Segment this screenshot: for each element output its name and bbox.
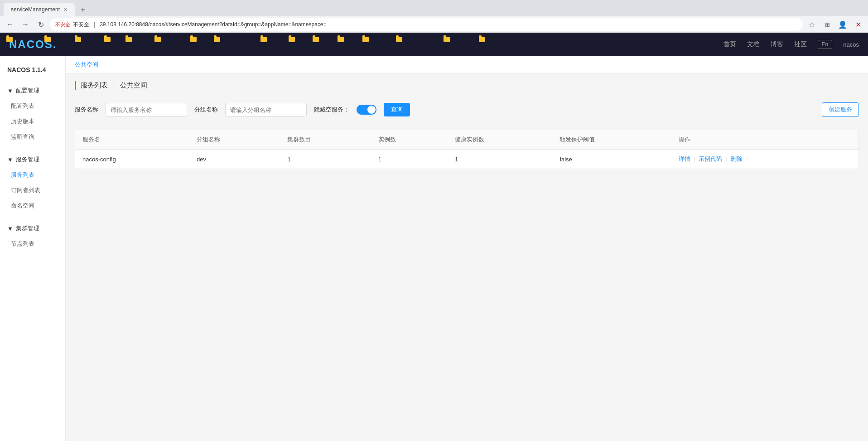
- sidebar-group-config[interactable]: ▼ 配置管理: [0, 83, 65, 98]
- new-tab-btn[interactable]: +: [77, 4, 89, 16]
- content: 公共空间 服务列表 | 公共空间 服务名称 分组名称 隐藏空服务：: [66, 56, 868, 441]
- top-nav-links: 首页 文档 博客 社区 En nacos: [723, 40, 859, 49]
- service-name-input[interactable]: [106, 103, 187, 116]
- sidebar-item-listener[interactable]: 监听查询: [0, 129, 65, 145]
- action-delete[interactable]: 删除: [731, 155, 743, 162]
- col-group-name: 分组名称: [189, 130, 280, 150]
- tab-bar: serviceManagement ✕ +: [0, 0, 868, 16]
- bookmark-folder-icon: [6, 37, 13, 42]
- tab-title: serviceManagement: [11, 6, 60, 13]
- back-button[interactable]: ←: [4, 18, 16, 31]
- config-group-label: 配置管理: [16, 87, 39, 95]
- cell-service-name: nacos-config: [75, 150, 189, 169]
- bookmark-folder-icon: [479, 37, 485, 42]
- col-healthy-count: 健康实例数: [448, 130, 552, 150]
- bookmark-folder-icon: [289, 37, 295, 42]
- table-header: 服务名 分组名称 集群数目 实例数 健康实例数 触发保护阈值 操作: [75, 130, 858, 150]
- cell-protect-threshold: false: [552, 150, 671, 169]
- create-service-button[interactable]: 创建服务: [822, 102, 859, 117]
- col-actions: 操作: [671, 130, 858, 150]
- sidebar-item-config-list[interactable]: 配置列表: [0, 98, 65, 114]
- active-tab[interactable]: serviceManagement ✕: [4, 3, 75, 16]
- bookmark-folder-icon: [44, 37, 51, 42]
- page-title-service: 服务列表: [81, 81, 108, 90]
- service-table: 服务名 分组名称 集群数目 实例数 健康实例数 触发保护阈值 操作: [75, 130, 858, 169]
- table-header-row: 服务名 分组名称 集群数目 实例数 健康实例数 触发保护阈值 操作: [75, 130, 858, 150]
- cell-cluster-count: 1: [280, 150, 371, 169]
- extensions-btn[interactable]: ⊞: [821, 18, 834, 31]
- sidebar-group-service[interactable]: ▼ 服务管理: [0, 152, 65, 167]
- cluster-group-label: 集群管理: [16, 224, 39, 233]
- action-detail[interactable]: 详情: [679, 155, 690, 162]
- sidebar-item-service-list[interactable]: 服务列表: [0, 167, 65, 183]
- bookmark-folder-icon: [260, 37, 267, 42]
- hidden-service-label: 隐藏空服务：: [314, 106, 349, 114]
- browser-chrome: serviceManagement ✕ + ← → ↻ 不安全 不安全 | 39…: [0, 0, 868, 33]
- bookmark-folder-icon: [104, 37, 111, 42]
- bookmark-folder-icon: [214, 37, 220, 42]
- nav-community[interactable]: 社区: [794, 40, 807, 48]
- header-divider: |: [113, 82, 115, 89]
- nav-home[interactable]: 首页: [723, 40, 736, 48]
- sidebar-item-namespace[interactable]: 命名空间: [0, 198, 65, 213]
- security-warning: 不安全: [55, 21, 70, 28]
- bookmark-folder-icon: [313, 37, 319, 42]
- breadcrumb-link[interactable]: 公共空间: [75, 61, 98, 68]
- col-service-name: 服务名: [75, 130, 189, 150]
- content-inner: 服务列表 | 公共空间 服务名称 分组名称 隐藏空服务： 查询 创建服务: [66, 74, 868, 176]
- tab-close-icon[interactable]: ✕: [63, 7, 68, 13]
- cell-instance-count: 1: [371, 150, 448, 169]
- top-nav: NACOS. 首页 文档 博客 社区 En nacos: [0, 33, 868, 56]
- action-sep-1: |: [694, 155, 695, 162]
- security-warning-text: 不安全: [73, 21, 89, 29]
- bookmark-folder-icon: [338, 37, 344, 42]
- query-button[interactable]: 查询: [384, 103, 410, 116]
- config-arrow-icon: ▼: [7, 87, 13, 94]
- bookmark-folder-icon: [190, 37, 197, 42]
- menu-btn[interactable]: ✕: [852, 18, 864, 31]
- nav-blog[interactable]: 博客: [771, 40, 783, 48]
- profile-btn[interactable]: 👤: [836, 18, 849, 31]
- service-group-label: 服务管理: [16, 155, 39, 164]
- table-row: nacos-config dev 1 1 1 false 详情 | 示例代码: [75, 150, 858, 169]
- group-name-input[interactable]: [225, 103, 307, 116]
- action-sep-2: |: [726, 155, 727, 162]
- address-bar[interactable]: 不安全 不安全 | 39.108.146.20:8848/nacos/#/ser…: [50, 18, 803, 31]
- sidebar-version: NACOS 1.1.4: [0, 61, 65, 79]
- page-header: 服务列表 | 公共空间: [75, 81, 859, 90]
- logo-accent: CO: [27, 38, 45, 50]
- page-title-namespace: 公共空间: [120, 81, 147, 90]
- service-table-container: 服务名 分组名称 集群数目 实例数 健康实例数 触发保护阈值 操作: [75, 130, 859, 169]
- forward-button[interactable]: →: [19, 18, 32, 31]
- url-text: 39.108.146.20:8848/nacos/#/serviceManage…: [100, 21, 326, 28]
- cell-group-name: dev: [189, 150, 280, 169]
- col-protect-threshold: 触发保护阈值: [552, 130, 671, 150]
- bookmark-star[interactable]: ☆: [805, 18, 818, 31]
- service-name-label: 服务名称: [75, 106, 98, 114]
- breadcrumb: 公共空间: [66, 56, 868, 74]
- bookmark-folder-icon: [75, 37, 81, 42]
- action-sample-code[interactable]: 示例代码: [699, 155, 722, 162]
- sidebar-section-service: ▼ 服务管理 服务列表 订阅者列表 命名空间: [0, 148, 65, 217]
- toolbar: ← → ↻ 不安全 不安全 | 39.108.146.20:8848/nacos…: [0, 16, 868, 33]
- app: NACOS. 首页 文档 博客 社区 En nacos NACOS 1.1.4 …: [0, 33, 868, 441]
- bookmark-folder-icon: [396, 37, 402, 42]
- sidebar: NACOS 1.1.4 ▼ 配置管理 配置列表 历史版本 监听查询 ▼ 服务管理…: [0, 56, 66, 441]
- reload-button[interactable]: ↻: [34, 18, 47, 31]
- hidden-service-toggle[interactable]: [357, 105, 376, 115]
- sidebar-section-config: ▼ 配置管理 配置列表 历史版本 监听查询: [0, 79, 65, 148]
- lang-switch[interactable]: En: [818, 40, 833, 49]
- service-arrow-icon: ▼: [7, 156, 13, 163]
- cell-healthy-count: 1: [448, 150, 552, 169]
- table-body: nacos-config dev 1 1 1 false 详情 | 示例代码: [75, 150, 858, 169]
- sidebar-item-nodes[interactable]: 节点列表: [0, 236, 65, 252]
- bookmark-folder-icon: [362, 37, 369, 42]
- sidebar-group-cluster[interactable]: ▼ 集群管理: [0, 221, 65, 236]
- user-name[interactable]: nacos: [843, 41, 859, 48]
- sidebar-item-subscribers[interactable]: 订阅者列表: [0, 183, 65, 198]
- filter-bar: 服务名称 分组名称 隐藏空服务： 查询 创建服务: [75, 97, 859, 122]
- sidebar-section-cluster: ▼ 集群管理 节点列表: [0, 217, 65, 255]
- nav-docs[interactable]: 文档: [747, 40, 760, 48]
- bookmark-folder-icon: [125, 37, 132, 42]
- sidebar-item-history[interactable]: 历史版本: [0, 114, 65, 129]
